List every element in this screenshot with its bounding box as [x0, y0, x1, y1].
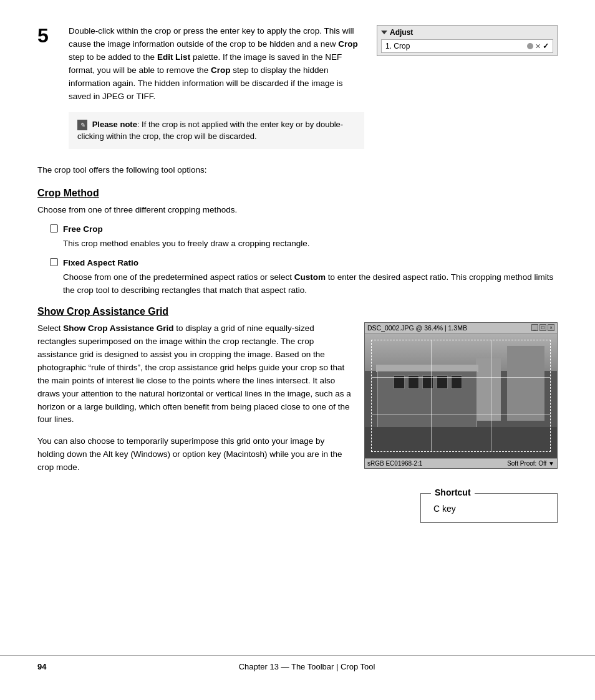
- show-crop-content: Select Show Crop Assistance Grid to disp…: [37, 322, 558, 474]
- crop-method-heading: Crop Method: [37, 188, 558, 199]
- grid-line-v1: [431, 340, 432, 451]
- tool-offers-text: The crop tool offers the following tool …: [37, 164, 558, 177]
- crop-method-section: Crop Method Choose from one of three dif…: [37, 188, 558, 297]
- tram-window: DSC_0002.JPG @ 36.4% | 1.3MB _ □ ×: [364, 322, 558, 469]
- shortcut-box: Shortcut C key: [420, 493, 558, 523]
- fixed-aspect-title: Fixed Aspect Ratio: [63, 257, 558, 270]
- fixed-aspect-item: Fixed Aspect Ratio Choose from one of th…: [50, 257, 558, 297]
- triangle-icon: [381, 31, 387, 34]
- grid-line-v2: [491, 340, 491, 451]
- crop-row: 1. Crop ✕ ✓: [381, 39, 553, 53]
- free-crop-desc: This crop method enables you to freely d…: [63, 239, 309, 248]
- step-image-area: Adjust 1. Crop ✕ ✓: [377, 25, 558, 149]
- shortcut-label: Shortcut: [431, 487, 475, 497]
- please-note-box: ✎ Please note: If the crop is not applie…: [69, 112, 364, 149]
- minimize-btn[interactable]: _: [531, 324, 538, 331]
- maximize-btn[interactable]: □: [539, 324, 546, 331]
- close-btn[interactable]: ×: [548, 324, 554, 331]
- grid-line-h2: [372, 415, 550, 415]
- crop-item-label: 1. Crop: [385, 42, 410, 50]
- tram-status-right: Soft Proof: Off ▼: [507, 460, 554, 467]
- show-crop-para1: Select Show Crop Assistance Grid to disp…: [37, 322, 352, 426]
- note-label: Please note: [92, 120, 137, 129]
- check-icon: ✓: [543, 42, 549, 50]
- crop-grid-overlay: [371, 340, 551, 452]
- tram-image-container: DSC_0002.JPG @ 36.4% | 1.3MB _ □ ×: [364, 322, 558, 474]
- page: 5 Double-click within the crop or press …: [0, 0, 595, 700]
- fixed-aspect-body: Fixed Aspect Ratio Choose from one of th…: [63, 257, 558, 297]
- footer-page-number: 94: [37, 662, 56, 671]
- grid-lines: [372, 340, 550, 451]
- step5-section: 5 Double-click within the crop or press …: [37, 25, 558, 149]
- crop-method-desc: Choose from one of three different cropp…: [37, 204, 558, 217]
- show-crop-heading: Show Crop Assistance Grid: [37, 306, 558, 317]
- free-crop-item: Free Crop This crop method enables you t…: [50, 223, 558, 251]
- free-crop-body: Free Crop This crop method enables you t…: [63, 223, 309, 251]
- adjust-panel: Adjust 1. Crop ✕ ✓: [377, 25, 558, 56]
- crop-row-icons: ✕ ✓: [527, 42, 549, 50]
- step-content: Double-click within the crop or press th…: [69, 25, 364, 149]
- shortcut-value: C key: [433, 504, 544, 514]
- adjust-label: Adjust: [390, 28, 413, 37]
- show-crop-text: Select Show Crop Assistance Grid to disp…: [37, 322, 352, 474]
- tram-statusbar: sRGB EC01968-2:1 Soft Proof: Off ▼: [365, 458, 557, 468]
- free-crop-checkbox: [50, 224, 58, 233]
- footer-bar: 94 Chapter 13 — The Toolbar | Crop Tool: [0, 655, 595, 678]
- note-icon: ✎: [77, 120, 87, 130]
- tram-title: DSC_0002.JPG @ 36.4% | 1.3MB: [367, 324, 467, 332]
- show-crop-para2: You can also choose to temporarily super…: [37, 435, 352, 474]
- footer-chapter-text: Chapter 13 — The Toolbar | Crop Tool: [56, 662, 558, 671]
- show-crop-para1-rest: to display a grid of nine equally-sized …: [37, 324, 351, 424]
- shortcut-wrapper: Shortcut C key: [37, 493, 558, 523]
- adjust-title: Adjust: [381, 28, 553, 37]
- show-crop-section: Show Crop Assistance Grid Select Show Cr…: [37, 306, 558, 474]
- grid-line-h1: [372, 377, 550, 378]
- tram-image-area: [365, 333, 557, 458]
- free-crop-title: Free Crop: [63, 223, 309, 236]
- fixed-aspect-checkbox: [50, 258, 58, 266]
- tram-titlebar: DSC_0002.JPG @ 36.4% | 1.3MB _ □ ×: [365, 323, 557, 333]
- x-icon: ✕: [535, 42, 541, 50]
- show-crop-bold: Show Crop Assistance Grid: [63, 324, 173, 333]
- step-text: Double-click within the crop or press th…: [69, 25, 364, 103]
- window-buttons: _ □ ×: [531, 324, 554, 331]
- step-number: 5: [37, 25, 56, 149]
- tram-status-left: sRGB EC01968-2:1: [367, 460, 422, 467]
- fixed-aspect-desc: Choose from one of the predetermined asp…: [63, 272, 553, 295]
- dot-icon: [527, 43, 533, 49]
